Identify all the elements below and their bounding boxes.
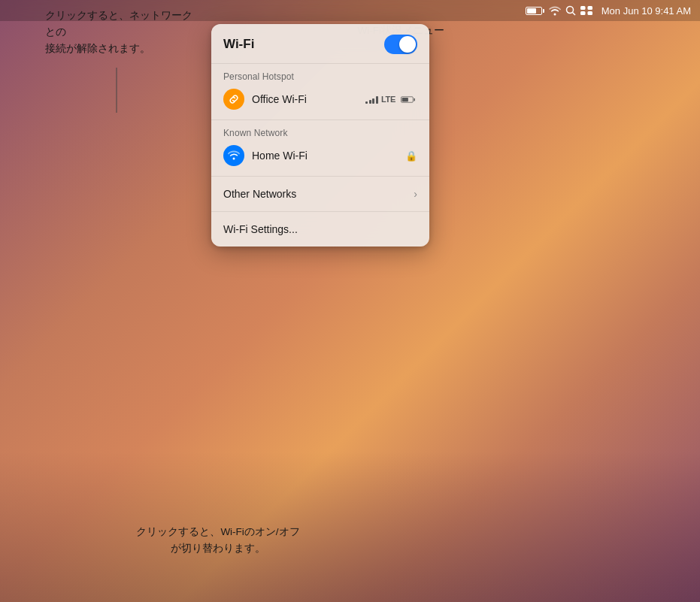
svg-rect-5 — [580, 6, 586, 10]
office-wifi-icon — [223, 89, 244, 110]
wifi-toggle-thumb — [399, 36, 416, 53]
hotspot-battery-tip — [414, 98, 415, 101]
home-wifi-item[interactable]: Home Wi-Fi 🔒 — [211, 140, 429, 171]
menubar-time: Mon Jun 10 9:41 AM — [602, 5, 691, 17]
wifi-menu-title: Wi-Fi — [223, 37, 254, 52]
personal-hotspot-label: Personal Hotspot — [211, 68, 429, 83]
bar-2 — [369, 100, 371, 104]
wifi-settings-label: Wi-Fi Settings... — [223, 223, 298, 235]
home-wifi-name: Home Wi-Fi — [252, 150, 398, 162]
bar-1 — [365, 101, 368, 104]
annotation-toggle: クリックすると、Wi-Fiのオン/オフ が切り替わります。 — [120, 524, 316, 557]
svg-rect-8 — [587, 11, 592, 15]
office-wifi-status: LTE — [365, 95, 417, 104]
annotation-disconnect: クリックすると、ネットワークとの 接続が解除されます。 — [45, 8, 195, 57]
hotspot-battery-body — [401, 96, 414, 102]
svg-point-3 — [566, 7, 573, 14]
control-center-menubar-icon[interactable] — [580, 6, 592, 15]
wifi-menubar-icon[interactable] — [549, 5, 561, 16]
known-network-section: Known Network Home Wi-Fi 🔒 — [211, 120, 429, 177]
office-wifi-item[interactable]: Office Wi-Fi LTE — [211, 83, 429, 115]
battery-body — [526, 7, 542, 15]
wifi-dropdown-menu: Wi-Fi Personal Hotspot Office Wi-Fi — [211, 24, 429, 247]
home-wifi-status: 🔒 — [405, 150, 417, 162]
home-wifi-icon — [223, 145, 244, 166]
bar-3 — [372, 98, 374, 104]
wifi-menu-header: Wi-Fi — [211, 24, 429, 64]
signal-bars — [365, 95, 378, 104]
other-networks-section: Other Networks › — [211, 177, 429, 212]
svg-line-4 — [572, 13, 575, 16]
known-network-label: Known Network — [211, 125, 429, 140]
hotspot-battery — [401, 96, 415, 102]
wifi-toggle[interactable] — [384, 35, 417, 54]
lte-badge: LTE — [381, 95, 395, 104]
battery-icon — [526, 7, 544, 15]
bar-4 — [376, 96, 378, 104]
svg-rect-6 — [587, 6, 592, 10]
office-wifi-name: Office Wi-Fi — [252, 93, 358, 105]
battery-tip — [543, 9, 544, 13]
lock-icon: 🔒 — [405, 150, 417, 162]
personal-hotspot-section: Personal Hotspot Office Wi-Fi LTE — [211, 64, 429, 120]
chevron-right-icon: › — [414, 188, 417, 200]
battery-fill — [527, 8, 537, 14]
svg-rect-7 — [580, 11, 586, 15]
wifi-settings-section: Wi-Fi Settings... — [211, 212, 429, 247]
search-menubar-icon[interactable] — [565, 5, 576, 16]
other-networks-item[interactable]: Other Networks › — [211, 181, 429, 207]
other-networks-label: Other Networks — [223, 188, 296, 200]
hotspot-battery-fill — [402, 97, 408, 101]
menubar-status-icons — [526, 5, 592, 16]
wifi-settings-item[interactable]: Wi-Fi Settings... — [211, 216, 429, 242]
